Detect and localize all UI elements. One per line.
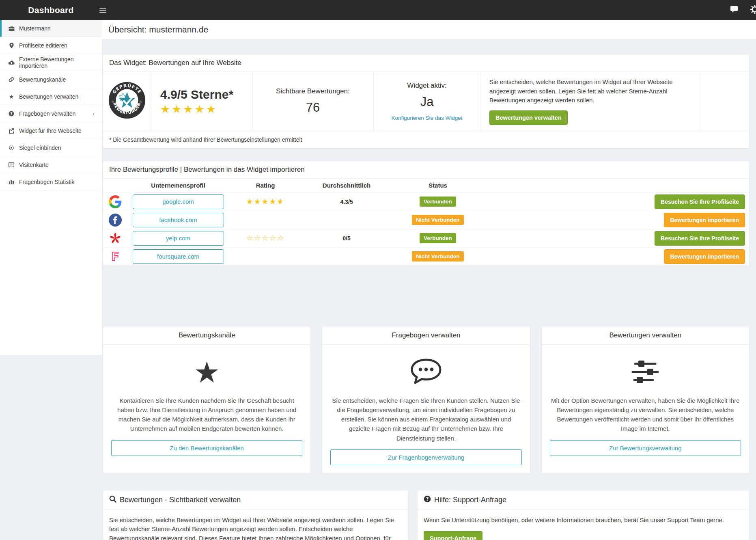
column-header: Rating bbox=[229, 182, 302, 189]
feature-cards-row: Bewertungskanäle ★ Kontaktieren Sie Ihre… bbox=[103, 326, 750, 474]
star-icon: ★ bbox=[8, 93, 15, 100]
feature-card-fragebogen-verwalten: Fragebogen verwalten Sie entscheiden, we… bbox=[322, 326, 530, 474]
average-rating: 4.3/5 bbox=[302, 199, 391, 205]
map-pin-icon bbox=[8, 43, 15, 48]
facebook-icon bbox=[103, 214, 127, 227]
sidebar-item-bewertungskanaele[interactable]: Bewertungskanäle bbox=[0, 71, 102, 88]
card-icon bbox=[8, 162, 15, 167]
topbar: Dashboard bbox=[0, 0, 756, 20]
verified-reviews-badge: GEPRÜFTE BEWERTUNGEN ☆ ☆ bbox=[108, 82, 146, 121]
visibility-card-title: Bewertungen - Sichtbarkeit verwalten bbox=[120, 496, 241, 504]
help-card-title: Hilfe: Support-Anfrage bbox=[434, 496, 506, 504]
page-title: Übersicht: mustermann.de bbox=[108, 25, 208, 35]
profile-domain-facebook[interactable]: facebook.com bbox=[133, 213, 224, 227]
sidebar-item-siegel-einbinden[interactable]: Siegel einbinden bbox=[0, 139, 102, 156]
share-icon bbox=[8, 128, 15, 134]
widget-active-value: Ja bbox=[374, 95, 480, 109]
menu-toggle-icon[interactable] bbox=[99, 6, 106, 13]
sidebar-item-bewertungen-verwalten[interactable]: ★ Bewertungen verwalten bbox=[0, 88, 102, 105]
visit-profile-button[interactable]: Besuchen Sie Ihre Profilseite bbox=[655, 194, 745, 209]
sidebar-item-externe-bewertungen-importieren[interactable]: Externe Bewertungen importieren bbox=[0, 54, 102, 71]
go-to-questionnaire-button[interactable]: Zur Fragenbogenverwaltung bbox=[330, 449, 521, 465]
profile-domain-google[interactable]: google.com bbox=[133, 194, 224, 209]
table-row-google: google.com ★★★★★☆ 4.3/5 Verbunden Besuch… bbox=[103, 192, 749, 211]
app-title: Dashboard bbox=[0, 0, 102, 20]
profile-domain-foursquare[interactable]: foursquare.com bbox=[133, 249, 224, 264]
sidebar-item-label: Siegel einbinden bbox=[19, 145, 102, 151]
table-row-yelp: yelp.com ☆☆☆☆☆ 0/5 Verbunden Besuchen Si… bbox=[103, 229, 749, 247]
overall-rating: 4.9/5 Sterne* bbox=[160, 88, 252, 102]
yelp-icon bbox=[103, 232, 127, 245]
sidebar-item-mustermann[interactable]: Mustermann bbox=[0, 20, 102, 37]
chevron-left-icon: ‹ bbox=[93, 110, 95, 117]
column-header: Status bbox=[391, 182, 485, 189]
visible-reviews-label: Sichtbare Bewertungen: bbox=[252, 87, 373, 95]
profile-domain-yelp[interactable]: yelp.com bbox=[133, 231, 224, 246]
topbar-icons bbox=[730, 0, 756, 20]
question-icon: ? bbox=[424, 495, 431, 505]
feature-card-text: Sie entscheiden, welche Fragen Sie Ihren… bbox=[330, 396, 521, 443]
gear-icon[interactable] bbox=[750, 4, 756, 16]
help-card-text: Wenn Sie Unterstützung benötigen, oder w… bbox=[424, 516, 743, 525]
sliders-icon bbox=[550, 351, 741, 393]
svg-text:?: ? bbox=[426, 496, 429, 502]
sidebar-item-label: Fragebogen verwalten bbox=[19, 110, 93, 117]
sidebar: Mustermann Profilseite editieren Externe… bbox=[0, 20, 102, 355]
widget-active-label: Widget aktiv: bbox=[374, 82, 480, 90]
feature-card-text: Mit der Option Bewertungen verwalten, ha… bbox=[550, 396, 741, 434]
main-content: Übersicht: mustermann.de Das Widget: Bew… bbox=[102, 20, 756, 540]
visibility-card-text: Sie entscheiden, welche Bewertungen im W… bbox=[109, 516, 402, 540]
feature-card-title: Bewertungen verwalten bbox=[542, 326, 749, 345]
svg-text:☆: ☆ bbox=[139, 99, 142, 104]
go-to-review-channels-button[interactable]: Zu den Bewertungskanälen bbox=[111, 440, 302, 456]
visit-profile-button[interactable]: Besuchen Sie Ihre Profilseite bbox=[655, 231, 745, 246]
sidebar-item-fragenbogen-statistik[interactable]: Fragenbogen Statistik bbox=[0, 173, 102, 190]
sidebar-item-widget-fuer-ihre-webseite[interactable]: Widget für Ihre Webseite bbox=[0, 122, 102, 139]
column-header: Durchschnittlich bbox=[302, 182, 391, 189]
status-badge: Verbunden bbox=[420, 197, 456, 207]
briefcase-icon bbox=[8, 26, 15, 31]
star-icon: ★ bbox=[111, 351, 302, 393]
column-header: Unternemensprofil bbox=[127, 182, 229, 189]
sidebar-item-visitenkarte[interactable]: Visitenkarte bbox=[0, 156, 102, 173]
sidebar-item-label: Profilseite editieren bbox=[19, 42, 102, 49]
sidebar-item-fragebogen-verwalten[interactable]: ? Fragebogen verwalten ‹ bbox=[0, 105, 102, 122]
configure-widget-link[interactable]: Konfigurieren Sie das Widget bbox=[374, 115, 480, 121]
widget-card-header: Das Widget: Bewertungen auf Ihre Website bbox=[103, 54, 749, 72]
feature-card-text: Kontaktieren Sie Ihre Kunden nachdem Sie… bbox=[111, 396, 302, 434]
sidebar-item-label: Bewertungen verwalten bbox=[19, 93, 102, 100]
sidebar-item-profilseite-editieren[interactable]: Profilseite editieren bbox=[0, 37, 102, 54]
go-to-review-management-button[interactable]: Zur Bewertungsverwaltung bbox=[550, 440, 741, 456]
chat-bubble-icon bbox=[330, 351, 521, 393]
table-header-row: Unternemensprofil Rating Durchschnittlic… bbox=[103, 179, 749, 192]
question-circle-icon: ? bbox=[8, 111, 15, 117]
feature-card-bewertungskanaele: Bewertungskanäle ★ Kontaktieren Sie Ihre… bbox=[103, 326, 311, 474]
help-card: ? Hilfe: Support-Anfrage Wenn Sie Unters… bbox=[417, 490, 750, 540]
bar-chart-icon bbox=[8, 179, 15, 184]
status-badge: Nicht Verbunden bbox=[412, 215, 463, 225]
sidebar-item-label: Externe Bewertungen importieren bbox=[19, 56, 102, 69]
visible-reviews-count: 76 bbox=[252, 100, 373, 115]
sidebar-item-label: Visitenkarte bbox=[19, 162, 102, 168]
sidebar-item-label: Widget für Ihre Webseite bbox=[19, 127, 102, 134]
messages-icon[interactable] bbox=[730, 5, 739, 15]
bottom-cards-row: Bewertungen - Sichtbarkeit verwalten Sie… bbox=[103, 490, 750, 540]
support-request-button[interactable]: Support-Anfrage bbox=[424, 531, 482, 540]
google-icon bbox=[103, 195, 127, 208]
manage-reviews-button[interactable]: Bewertungen verwalten bbox=[489, 110, 568, 125]
svg-text:?: ? bbox=[10, 112, 12, 116]
widget-description: Sie entscheiden, welche Bewertungen im W… bbox=[489, 78, 692, 105]
import-reviews-button[interactable]: Bewertungen importieren bbox=[664, 213, 745, 227]
feature-card-title: Bewertungskanäle bbox=[103, 326, 310, 345]
sidebar-item-label: Bewertungskanäle bbox=[19, 76, 102, 83]
widget-footnote: * Die Gesamtbewertung wird anhand Ihrer … bbox=[103, 131, 749, 148]
dashboard-page: Dashboard Mustermann Profilseite editier… bbox=[0, 0, 756, 540]
visibility-card: Bewertungen - Sichtbarkeit verwalten Sie… bbox=[103, 490, 408, 540]
review-profiles-card: Ihre Bewertungsprofile | Bewertungen in … bbox=[103, 161, 750, 266]
import-reviews-button[interactable]: Bewertungen importieren bbox=[664, 249, 745, 264]
status-badge: Verbunden bbox=[420, 233, 456, 243]
profiles-table: Unternemensprofil Rating Durchschnittlic… bbox=[103, 179, 749, 266]
feature-card-bewertungen-verwalten: Bewertungen verwalten Mit der Option Bew… bbox=[541, 326, 750, 474]
status-badge: Nicht Verbunden bbox=[412, 251, 463, 261]
foursquare-icon: F bbox=[103, 250, 127, 263]
